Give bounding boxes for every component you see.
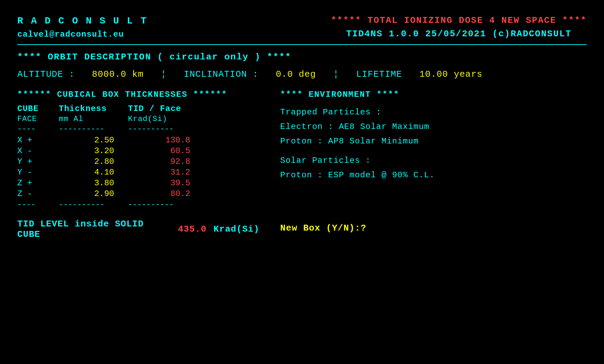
thickness-value: 2.50	[59, 136, 128, 145]
electron-item: Electron : AE8 Solar Maximum	[280, 121, 587, 133]
altitude-value: 8000.0 km	[92, 69, 144, 80]
col1-header: CUBE	[17, 104, 59, 113]
tid-value: 92.8	[128, 157, 197, 166]
col3-header: TID / Face	[128, 104, 197, 113]
orbit-section: **** ORBIT DESCRIPTION ( circular only )…	[17, 52, 587, 80]
col1-subheader: FACE	[17, 115, 59, 123]
table-rows: X + 2.50 130.8 X - 3.20 60.5 Y + 2.80 92…	[17, 136, 259, 198]
orbit-title: **** ORBIT DESCRIPTION ( circular only )…	[17, 52, 587, 62]
table-divider-top: ---- ---------- ----------	[17, 125, 259, 133]
tid-total-label: TID LEVEL inside SOLID CUBE	[17, 219, 171, 240]
electron-label: Electron : AE8 Solar Maximum	[280, 122, 429, 131]
solar-section: Solar Particles : Proton : ESP model @ 9…	[280, 155, 587, 181]
env-title: **** ENVIRONMENT ****	[280, 90, 587, 99]
header-right: ***** TOTAL IONIZING DOSE 4 NEW SPACE **…	[331, 14, 587, 41]
altitude-label: ALTITUDE :	[17, 69, 75, 80]
company-name: R A D C O N S U L T	[17, 14, 147, 28]
face-label: X +	[17, 136, 59, 145]
table-divider-bottom: ---- ---------- ----------	[17, 200, 259, 209]
face-label: Y +	[17, 157, 59, 166]
trapped-particles: Trapped Particles :	[280, 106, 587, 119]
face-label: Z +	[17, 178, 59, 188]
proton-item: Proton : AP8 Solar Minimum	[280, 135, 587, 148]
table-row: X - 3.20 60.5	[17, 146, 259, 156]
col2-subheader: mm Al	[59, 115, 128, 123]
table-row: Y - 4.10 31.2	[17, 168, 259, 177]
tid-value: 31.2	[128, 168, 197, 177]
thickness-value: 3.80	[59, 178, 128, 188]
cube-title: ****** CUBICAL BOX THICKNESSES ******	[17, 90, 259, 99]
table-row: Z - 2.90 80.2	[17, 189, 259, 198]
left-panel: ****** CUBICAL BOX THICKNESSES ****** CU…	[17, 90, 259, 240]
main-screen: R A D C O N S U L T calvel@radconsult.eu…	[0, 0, 604, 364]
orbit-params: ALTITUDE : 8000.0 km ¦ INCLINATION : 0.0…	[17, 69, 587, 80]
header: R A D C O N S U L T calvel@radconsult.eu…	[17, 14, 587, 41]
header-left: R A D C O N S U L T calvel@radconsult.eu	[17, 14, 147, 41]
solar-label: Solar Particles :	[280, 155, 587, 167]
inclination-label: INCLINATION :	[184, 69, 259, 80]
div2b: ----------	[59, 200, 128, 209]
tid-value: 39.5	[128, 178, 197, 188]
thickness-value: 3.20	[59, 146, 128, 156]
thickness-value: 2.80	[59, 157, 128, 166]
new-box-section: New Box (Y/N):?	[280, 223, 587, 233]
right-panel: **** ENVIRONMENT **** Trapped Particles …	[259, 90, 587, 240]
thickness-value: 4.10	[59, 168, 128, 177]
solar-proton-label: Proton : ESP model @ 90% C.L.	[280, 170, 435, 180]
table-header: CUBE Thickness TID / Face	[17, 104, 259, 113]
tid-value: 60.5	[128, 146, 197, 156]
header-divider	[17, 44, 587, 45]
tid-total: TID LEVEL inside SOLID CUBE 435.0 Krad(S…	[17, 217, 259, 240]
tid-value: 130.8	[128, 136, 197, 145]
table-row: X + 2.50 130.8	[17, 136, 259, 145]
solar-particles-label: Solar Particles :	[280, 156, 371, 165]
app-subtitle: TID4NS 1.0.0 25/05/2021 (c)RADCONSULT	[331, 27, 587, 41]
tid-total-value: 435.0	[178, 224, 207, 234]
thickness-value: 2.90	[59, 189, 128, 198]
tid-total-row: TID LEVEL inside SOLID CUBE 435.0 Krad(S…	[17, 211, 259, 240]
div1b: ----	[17, 200, 59, 209]
separator2: ¦	[333, 69, 339, 80]
face-label: X -	[17, 146, 59, 156]
tid-total-unit: Krad(Si)	[213, 224, 259, 234]
div2: ----------	[59, 125, 128, 133]
company-email: calvel@radconsult.eu	[17, 28, 147, 41]
col3-subheader: Krad(Si)	[128, 115, 197, 123]
face-label: Z -	[17, 189, 59, 198]
col2-header: Thickness	[59, 104, 128, 113]
div1: ----	[17, 125, 59, 133]
div3: ----------	[128, 125, 197, 133]
app-title: ***** TOTAL IONIZING DOSE 4 NEW SPACE **…	[331, 14, 587, 27]
trapped-label: Trapped Particles :	[280, 108, 382, 117]
solar-proton-item: Proton : ESP model @ 90% C.L.	[280, 169, 587, 181]
lifetime-label: LIFETIME	[356, 69, 402, 80]
face-label: Y -	[17, 168, 59, 177]
table-subheader: FACE mm Al Krad(Si)	[17, 115, 259, 123]
tid-value: 80.2	[128, 189, 197, 198]
main-content: ****** CUBICAL BOX THICKNESSES ****** CU…	[17, 90, 587, 240]
proton-label: Proton : AP8 Solar Minimum	[280, 137, 419, 146]
div3b: ----------	[128, 200, 197, 209]
table-row: Y + 2.80 92.8	[17, 157, 259, 166]
separator1: ¦	[161, 69, 167, 80]
inclination-value: 0.0 deg	[276, 69, 316, 80]
lifetime-value: 10.00 years	[419, 69, 483, 80]
new-box-prompt[interactable]: New Box (Y/N):?	[280, 223, 366, 233]
table-row: Z + 3.80 39.5	[17, 178, 259, 188]
